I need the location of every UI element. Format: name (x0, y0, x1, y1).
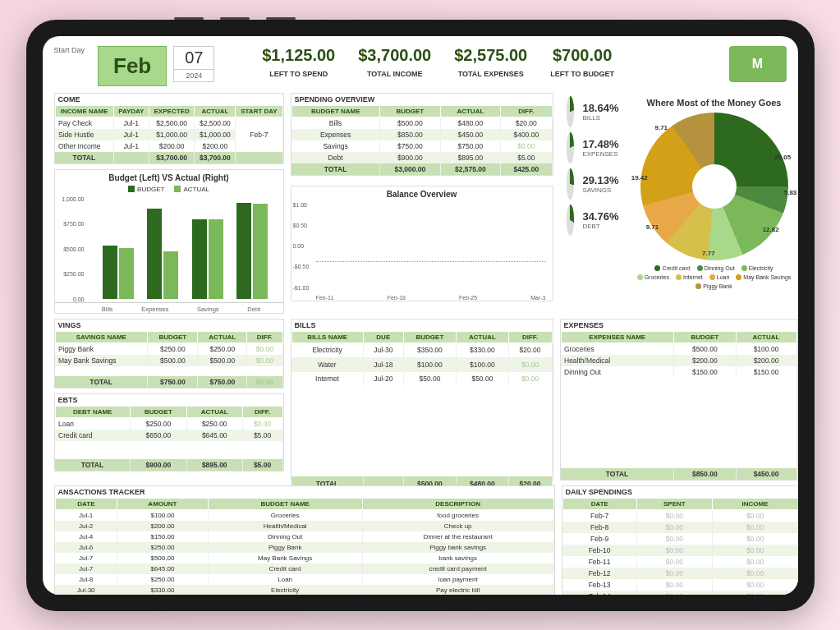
debts-table[interactable]: DEBT NAMEBUDGETACTUALDIFF. Loan$250.00$2… (55, 406, 283, 471)
transactions-panel: ANSACTIONS TRACKER DATEAMOUNTBUDGET NAME… (54, 485, 555, 595)
table-total-row: TOTAL$900.00$895.00$5.00 (55, 459, 282, 471)
expenses-table[interactable]: EXPENSES NAMEBUDGETACTUAL Groceries$500.… (561, 331, 797, 480)
table-row[interactable]: Feb-11$0.00$0.00 (562, 556, 798, 568)
kpi-total-expenses: $2,575.00TOTAL EXPENSES (454, 46, 527, 78)
table-row[interactable]: Jul-7$645.00Credit cardcredit card payme… (55, 563, 553, 574)
table-row[interactable]: Jul-30$330.00ElectricityPay electric bil… (55, 585, 553, 595)
savings-panel: VINGS SAVINGS NAMEBUDGETACTUALDIFF. Pigg… (54, 319, 284, 389)
table-row[interactable]: Jul-7$500.00May Bank Savingsbank savings (55, 553, 553, 563)
bills-table[interactable]: BILLS NAMEDUEBUDGETACTUALDIFF. Electrici… (291, 331, 553, 491)
tablet-physical-button (220, 17, 250, 20)
spending-overview-panel: SPENDING OVERVIEW BUDGET NAMEBUDGETACTUA… (291, 93, 553, 176)
header-row: Start Day Feb 07 2024 $1,125.00LEFT TO S… (54, 46, 787, 86)
donut-debt: 34.76%DEBT (567, 205, 619, 236)
debts-panel: EBTS DEBT NAMEBUDGETACTUALDIFF. Loan$250… (54, 393, 284, 471)
daily-spendings-panel: DAILY SPENDINGS DATESPENTINCOME Feb-7$0.… (562, 485, 798, 595)
day-selector[interactable]: 07 2024 (173, 46, 214, 82)
table-row[interactable]: Jul-6$250.00Piggy BankPiggy bank savings (55, 542, 553, 553)
table-row: Debt$900.00$895.00$5.00 (291, 152, 552, 163)
table-row: ElectricityJul-30$350.00$330.00$20.00 (291, 343, 552, 357)
table-row: Piggy Bank$250.00$250.00$0.00 (55, 343, 282, 355)
tablet-physical-button (174, 17, 204, 20)
table-total-row: TOTAL$3,700.00$3,700.00 (55, 152, 282, 163)
table-row: Pay CheckJul-1$2,500.00$2,500.00Feb-7 (55, 117, 282, 129)
table-row[interactable]: Feb-13$0.00$0.00 (562, 579, 798, 591)
table-row: May Bank Savings$500.00$500.00$0.00 (55, 355, 282, 366)
table-total-row: TOTAL$3,000.00$2,575.00$425.00 (291, 163, 552, 175)
kpi-total-income: $3,700.00TOTAL INCOME (358, 46, 431, 78)
transactions-table[interactable]: DATEAMOUNTBUDGET NAMEDESCRIPTION Jul-1$1… (55, 498, 554, 595)
table-row: Expenses$850.00$450.00$400.00 (291, 129, 552, 140)
tablet-frame: Start Day Feb 07 2024 $1,125.00LEFT TO S… (26, 20, 815, 611)
daily-table[interactable]: DATESPENTINCOME Feb-7$0.00$0.00Feb-8$0.0… (562, 498, 798, 595)
table-row[interactable]: Feb-8$0.00$0.00 (562, 522, 798, 533)
income-table[interactable]: INCOME NAME PAYDAY EXPECTED ACTUAL START… (55, 105, 283, 163)
table-row[interactable]: Feb-9$0.00$0.00 (562, 533, 798, 545)
kpi-group: $1,125.00LEFT TO SPEND $3,700.00TOTAL IN… (262, 46, 614, 78)
table-row: WaterJul-18$100.00$100.00$0.00 (291, 357, 552, 371)
month-selector[interactable]: Feb (98, 46, 167, 86)
donut-savings: 29.13%SAVINGS (567, 168, 619, 200)
table-row: Savings$750.00$750.00$0.00 (291, 140, 552, 152)
kpi-left-to-spend: $1,125.00LEFT TO SPEND (262, 46, 335, 78)
budget-vs-actual-chart: Budget (Left) VS Actual (Right) BUDGET A… (54, 169, 284, 314)
balance-overview-chart: Balance Overview $1.00 $0.50 0.00 -$0.50… (291, 186, 553, 301)
table-row: Dinning Out$150.00$150.00 (561, 366, 796, 378)
spending-overview-table[interactable]: BUDGET NAMEBUDGETACTUALDIFF. Bills$500.0… (291, 105, 553, 175)
table-row[interactable]: Feb-14$0.00$0.00 (562, 591, 798, 595)
table-total-row: TOTAL$850.00$450.00 (561, 468, 796, 480)
expenses-panel: EXPENSES EXPENSES NAMEBUDGETACTUAL Groce… (560, 319, 798, 481)
day-value: 07 (174, 47, 213, 69)
table-row: Groceries$500.00$100.00 (561, 343, 796, 355)
tablet-physical-button (266, 17, 296, 20)
table-row[interactable]: Feb-12$0.00$0.00 (562, 568, 798, 579)
table-row[interactable]: Jul-4$150.00Dinning OutDinner at the res… (55, 531, 553, 542)
table-total-row: TOTAL$750.00$750.00$0.00 (55, 376, 282, 388)
start-day-cell: Feb-7 (236, 117, 282, 152)
income-panel: COME INCOME NAME PAYDAY EXPECTED ACTUAL … (54, 93, 284, 164)
table-row[interactable]: Feb-10$0.00$0.00 (562, 545, 798, 556)
bills-panel: BILLS BILLS NAMEDUEBUDGETACTUALDIFF. Ele… (291, 319, 553, 481)
table-row: Health/Medical$200.00$200.00 (561, 355, 796, 366)
year-value: 2024 (174, 69, 213, 81)
table-row: Bills$500.00$480.00$20.00 (291, 117, 552, 129)
pie-legend: Credit card Dinning Out Electricity Groc… (632, 260, 796, 294)
table-row[interactable]: Jul-2$200.00Health/MedicalCheck up (55, 521, 553, 531)
pie-chart-panel: Where Most of the Money Goes 25.05 5.83 … (632, 93, 796, 314)
table-row[interactable]: Jul-1$100.00Groceriesfood groceries (55, 509, 553, 521)
table-row: Credit card$650.00$645.00$5.00 (55, 430, 282, 441)
category-donuts: 18.64%BILLS 17.48%EXPENSES 29.13%SAVINGS… (560, 93, 626, 314)
app-logo: M (729, 46, 787, 82)
screen: Start Day Feb 07 2024 $1,125.00LEFT TO S… (43, 36, 798, 595)
donut-expenses: 17.48%EXPENSES (567, 132, 619, 163)
table-row: InternetJul-20$50.00$50.00$0.00 (291, 372, 552, 386)
table-row: Loan$250.00$250.00$0.00 (55, 417, 282, 430)
donut-bills: 18.64%BILLS (567, 96, 619, 127)
table-row[interactable]: Feb-7$0.00$0.00 (562, 509, 798, 522)
savings-table[interactable]: SAVINGS NAMEBUDGETACTUALDIFF. Piggy Bank… (55, 331, 283, 388)
income-title: COME (55, 94, 283, 105)
table-row[interactable]: Jul-8$250.00Loanloan payment (55, 574, 553, 585)
start-day-label: Start Day (54, 46, 85, 54)
kpi-left-to-budget: $700.00LEFT TO BUDGET (550, 46, 614, 78)
